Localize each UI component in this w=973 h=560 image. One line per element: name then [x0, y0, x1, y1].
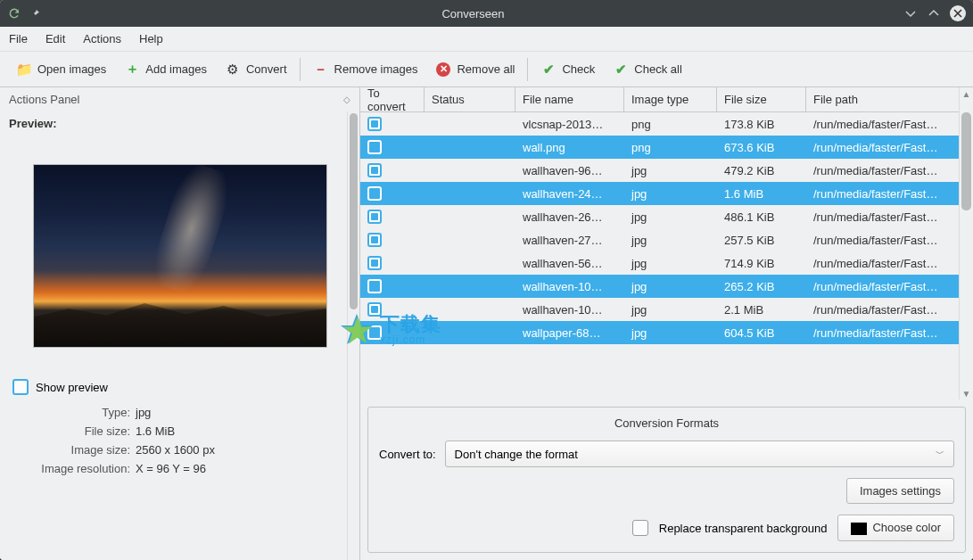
col-file-name[interactable]: File name	[515, 87, 624, 111]
open-images-button[interactable]: 📁Open images	[7, 55, 115, 84]
row-file-size: 486.1 KiB	[717, 210, 806, 224]
plus-icon: ＋	[124, 62, 140, 78]
actions-panel: Actions Panel ◇ Preview: Show preview Ty…	[0, 87, 360, 560]
row-checkbox[interactable]	[367, 163, 382, 177]
table-row[interactable]: wallhaven-27…jpg257.5 KiB/run/media/fast…	[360, 228, 973, 251]
check-all-button[interactable]: ✔Check all	[604, 55, 690, 84]
row-checkbox[interactable]	[367, 325, 382, 340]
row-file-path: /run/media/faster/Fast…	[806, 280, 973, 293]
table-scrollbar[interactable]: ▲ ▼	[959, 87, 973, 399]
col-to-convert[interactable]: To convert	[360, 87, 425, 111]
convert-to-dropdown[interactable]: Don't change the format ﹀	[445, 441, 954, 467]
pin-icon[interactable]	[29, 6, 43, 21]
convert-label: Convert	[246, 62, 287, 76]
menu-edit[interactable]: Edit	[45, 32, 65, 45]
convert-button[interactable]: ⚙Convert	[216, 55, 296, 84]
row-file-size: 479.2 KiB	[717, 164, 806, 177]
size-value: 1.6 MiB	[136, 424, 350, 438]
table-row[interactable]: vlcsnap-2013…png173.8 KiB/run/media/fast…	[360, 112, 973, 136]
table-header: To convert Status File name Image type F…	[360, 87, 973, 112]
col-status[interactable]: Status	[425, 87, 515, 111]
window-title: Converseen	[43, 7, 903, 21]
panel-scrollbar[interactable]	[347, 111, 359, 560]
gear-icon: ⚙	[225, 62, 241, 78]
row-file-name: wallhaven-96…	[515, 164, 624, 177]
remove-all-button[interactable]: ✕Remove all	[426, 55, 524, 84]
menu-actions[interactable]: Actions	[83, 32, 121, 45]
minimize-icon[interactable]	[903, 6, 918, 21]
remove-images-button[interactable]: −Remove images	[304, 55, 427, 84]
row-file-path: /run/media/faster/Fast…	[806, 210, 973, 224]
row-file-name: wallhaven-10…	[515, 280, 624, 293]
row-file-path: /run/media/faster/Fast…	[806, 141, 973, 154]
titlebar: Converseen	[0, 0, 973, 27]
toolbar-separator	[527, 58, 528, 81]
remove-images-label: Remove images	[334, 62, 418, 76]
convert-to-label: Convert to:	[379, 448, 436, 461]
row-checkbox[interactable]	[367, 210, 382, 224]
scroll-up-icon[interactable]: ▲	[960, 87, 973, 100]
table-row[interactable]: wallhaven-24…jpg1.6 MiB/run/media/faster…	[360, 182, 973, 205]
row-checkbox[interactable]	[367, 186, 382, 201]
col-image-type[interactable]: Image type	[624, 87, 717, 111]
preview-image	[33, 164, 327, 348]
replace-bg-checkbox[interactable]	[632, 520, 648, 536]
table-row[interactable]: wall.pngpng673.6 KiB/run/media/faster/Fa…	[360, 136, 973, 159]
row-checkbox[interactable]	[367, 233, 382, 247]
type-label: Type:	[18, 406, 136, 419]
choose-color-button[interactable]: Choose color	[837, 515, 954, 541]
row-file-size: 604.5 KiB	[717, 326, 806, 340]
remove-all-icon: ✕	[435, 62, 451, 78]
table-row[interactable]: wallhaven-96…jpg479.2 KiB/run/media/fast…	[360, 159, 973, 182]
row-checkbox[interactable]	[367, 302, 382, 317]
table-row[interactable]: wallhaven-26…jpg486.1 KiB/run/media/fast…	[360, 205, 973, 228]
color-swatch	[851, 523, 867, 535]
row-image-type: jpg	[624, 234, 717, 247]
add-images-label: Add images	[145, 62, 207, 76]
toolbar-separator	[300, 58, 301, 81]
show-preview-checkbox[interactable]	[12, 379, 29, 395]
preview-label: Preview:	[9, 117, 350, 130]
right-panel: To convert Status File name Image type F…	[360, 87, 973, 560]
row-file-name: wallhaven-56…	[515, 257, 624, 270]
row-file-name: wallhaven-27…	[515, 234, 624, 247]
col-file-path[interactable]: File path	[806, 87, 973, 111]
row-file-path: /run/media/faster/Fast…	[806, 164, 973, 177]
table-row[interactable]: wallhaven-10…jpg2.1 MiB/run/media/faster…	[360, 298, 973, 321]
table-row[interactable]: wallhaven-10…jpg265.2 KiB/run/media/fast…	[360, 275, 973, 298]
maximize-icon[interactable]	[927, 6, 941, 21]
panel-collapse-icon[interactable]: ◇	[343, 95, 350, 104]
reload-icon[interactable]	[7, 6, 21, 21]
scroll-down-icon[interactable]: ▼	[960, 387, 973, 399]
conversion-formats-title: Conversion Formats	[379, 416, 954, 430]
table-row[interactable]: wallpaper-68…jpg604.5 KiB/run/media/fast…	[360, 321, 973, 344]
row-image-type: png	[624, 118, 717, 131]
row-checkbox[interactable]	[367, 256, 382, 270]
table-row[interactable]: wallhaven-56…jpg714.9 KiB/run/media/fast…	[360, 251, 973, 275]
row-file-path: /run/media/faster/Fast…	[806, 303, 973, 317]
close-icon[interactable]	[950, 5, 966, 21]
check-all-label: Check all	[634, 62, 681, 76]
chevron-down-icon: ﹀	[936, 448, 944, 460]
minus-icon: −	[313, 62, 329, 78]
row-checkbox[interactable]	[367, 140, 382, 154]
row-file-path: /run/media/faster/Fast…	[806, 257, 973, 270]
files-table: To convert Status File name Image type F…	[360, 87, 973, 399]
row-file-name: vlcsnap-2013…	[515, 118, 624, 131]
row-image-type: jpg	[624, 164, 717, 177]
row-checkbox[interactable]	[367, 279, 382, 293]
row-file-size: 1.6 MiB	[717, 187, 806, 201]
menu-file[interactable]: File	[9, 32, 28, 45]
check-button[interactable]: ✔Check	[532, 55, 604, 84]
row-checkbox[interactable]	[367, 117, 382, 131]
add-images-button[interactable]: ＋Add images	[115, 55, 216, 84]
col-file-size[interactable]: File size	[717, 87, 806, 111]
images-settings-button[interactable]: Images settings	[846, 478, 954, 504]
dim-value: 2560 x 1600 px	[136, 443, 350, 457]
row-file-size: 714.9 KiB	[717, 257, 806, 270]
type-value: jpg	[136, 406, 350, 419]
row-image-type: jpg	[624, 187, 717, 201]
menubar: File Edit Actions Help	[0, 27, 973, 52]
row-file-size: 265.2 KiB	[717, 280, 806, 293]
menu-help[interactable]: Help	[139, 32, 163, 45]
